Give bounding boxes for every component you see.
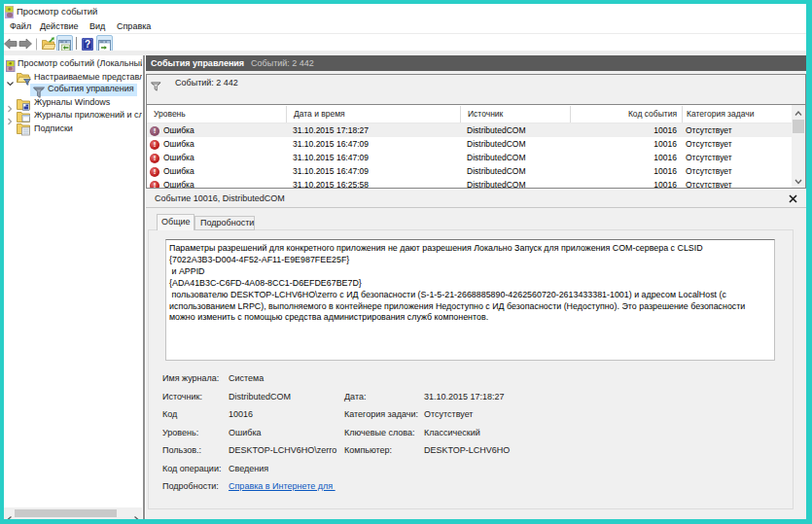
svg-text:?: ? bbox=[85, 39, 90, 50]
